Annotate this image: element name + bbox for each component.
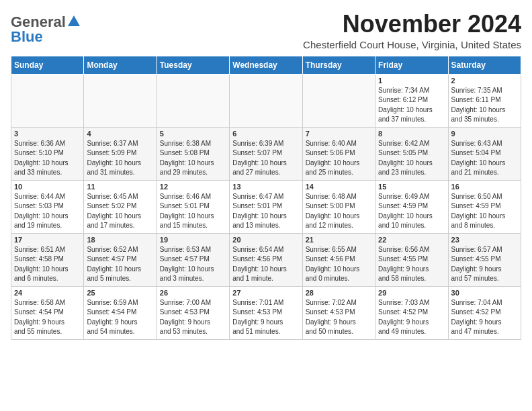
calendar-cell: 12Sunrise: 6:46 AMSunset: 5:01 PMDayligh… bbox=[157, 180, 229, 233]
day-number: 3 bbox=[14, 130, 81, 138]
day-number: 7 bbox=[306, 130, 372, 138]
day-number: 23 bbox=[451, 236, 518, 244]
calendar-cell: 5Sunrise: 6:38 AMSunset: 5:08 PMDaylight… bbox=[157, 127, 229, 180]
calendar-cell: 3Sunrise: 6:36 AMSunset: 5:10 PMDaylight… bbox=[11, 127, 84, 180]
weekday-header-row: SundayMondayTuesdayWednesdayThursdayFrid… bbox=[11, 56, 521, 74]
calendar-week-4: 17Sunrise: 6:51 AMSunset: 4:58 PMDayligh… bbox=[11, 233, 521, 286]
calendar-cell: 24Sunrise: 6:58 AMSunset: 4:54 PMDayligh… bbox=[11, 286, 84, 339]
day-info: Sunrise: 7:02 AMSunset: 4:53 PMDaylight:… bbox=[306, 298, 372, 337]
calendar-cell: 30Sunrise: 7:04 AMSunset: 4:52 PMDayligh… bbox=[448, 286, 521, 339]
weekday-wednesday: Wednesday bbox=[230, 56, 302, 74]
day-info: Sunrise: 6:38 AMSunset: 5:08 PMDaylight:… bbox=[160, 139, 226, 178]
title-block: November 2024 Chesterfield Court House, … bbox=[303, 11, 521, 50]
day-info: Sunrise: 7:03 AMSunset: 4:52 PMDaylight:… bbox=[378, 298, 445, 337]
calendar-cell bbox=[11, 74, 84, 127]
calendar-cell: 29Sunrise: 7:03 AMSunset: 4:52 PMDayligh… bbox=[375, 286, 448, 339]
calendar-cell: 14Sunrise: 6:48 AMSunset: 5:00 PMDayligh… bbox=[302, 180, 375, 233]
calendar-cell: 17Sunrise: 6:51 AMSunset: 4:58 PMDayligh… bbox=[11, 233, 84, 286]
weekday-thursday: Thursday bbox=[302, 56, 375, 74]
calendar-cell: 16Sunrise: 6:50 AMSunset: 4:59 PMDayligh… bbox=[448, 180, 521, 233]
day-info: Sunrise: 6:53 AMSunset: 4:57 PMDaylight:… bbox=[160, 245, 226, 284]
location-subtitle: Chesterfield Court House, Virginia, Unit… bbox=[303, 39, 521, 50]
calendar-cell: 20Sunrise: 6:54 AMSunset: 4:56 PMDayligh… bbox=[230, 233, 302, 286]
day-number: 18 bbox=[87, 236, 153, 244]
day-info: Sunrise: 7:01 AMSunset: 4:53 PMDaylight:… bbox=[232, 298, 299, 337]
day-number: 10 bbox=[14, 183, 81, 191]
day-info: Sunrise: 6:37 AMSunset: 5:09 PMDaylight:… bbox=[87, 139, 153, 178]
day-info: Sunrise: 6:58 AMSunset: 4:54 PMDaylight:… bbox=[14, 298, 81, 337]
calendar-cell bbox=[230, 74, 302, 127]
calendar-week-2: 3Sunrise: 6:36 AMSunset: 5:10 PMDaylight… bbox=[11, 127, 521, 180]
day-number: 9 bbox=[451, 130, 518, 138]
calendar-cell bbox=[302, 74, 375, 127]
day-number: 13 bbox=[232, 183, 299, 191]
day-number: 21 bbox=[306, 236, 372, 244]
page-header: General Blue November 2024 Chesterfield … bbox=[11, 11, 521, 50]
day-number: 29 bbox=[378, 289, 445, 297]
calendar-cell: 2Sunrise: 7:35 AMSunset: 6:11 PMDaylight… bbox=[448, 74, 521, 127]
day-info: Sunrise: 7:35 AMSunset: 6:11 PMDaylight:… bbox=[451, 86, 518, 125]
day-number: 25 bbox=[87, 289, 153, 297]
weekday-friday: Friday bbox=[375, 56, 448, 74]
calendar-cell: 22Sunrise: 6:56 AMSunset: 4:55 PMDayligh… bbox=[375, 233, 448, 286]
day-info: Sunrise: 6:49 AMSunset: 4:59 PMDaylight:… bbox=[378, 192, 445, 231]
day-number: 12 bbox=[160, 183, 226, 191]
logo-icon bbox=[66, 14, 81, 29]
day-number: 5 bbox=[160, 130, 226, 138]
weekday-monday: Monday bbox=[84, 56, 157, 74]
day-number: 8 bbox=[378, 130, 445, 138]
svg-marker-0 bbox=[68, 15, 80, 26]
day-info: Sunrise: 6:43 AMSunset: 5:04 PMDaylight:… bbox=[451, 139, 518, 178]
day-info: Sunrise: 6:54 AMSunset: 4:56 PMDaylight:… bbox=[232, 245, 299, 284]
weekday-tuesday: Tuesday bbox=[157, 56, 229, 74]
day-number: 6 bbox=[232, 130, 299, 138]
calendar-cell: 1Sunrise: 7:34 AMSunset: 6:12 PMDaylight… bbox=[375, 74, 448, 127]
calendar-cell bbox=[157, 74, 229, 127]
day-number: 4 bbox=[87, 130, 153, 138]
day-info: Sunrise: 7:04 AMSunset: 4:52 PMDaylight:… bbox=[451, 298, 518, 337]
calendar-cell: 18Sunrise: 6:52 AMSunset: 4:57 PMDayligh… bbox=[84, 233, 157, 286]
day-info: Sunrise: 6:48 AMSunset: 5:00 PMDaylight:… bbox=[306, 192, 372, 231]
calendar-cell: 6Sunrise: 6:39 AMSunset: 5:07 PMDaylight… bbox=[230, 127, 302, 180]
calendar-cell: 28Sunrise: 7:02 AMSunset: 4:53 PMDayligh… bbox=[302, 286, 375, 339]
day-number: 1 bbox=[378, 77, 445, 85]
day-info: Sunrise: 6:50 AMSunset: 4:59 PMDaylight:… bbox=[451, 192, 518, 231]
weekday-saturday: Saturday bbox=[448, 56, 521, 74]
calendar-cell bbox=[84, 74, 157, 127]
day-number: 20 bbox=[232, 236, 299, 244]
day-number: 26 bbox=[160, 289, 226, 297]
calendar-cell: 23Sunrise: 6:57 AMSunset: 4:55 PMDayligh… bbox=[448, 233, 521, 286]
day-number: 27 bbox=[232, 289, 299, 297]
day-number: 17 bbox=[14, 236, 81, 244]
calendar-cell: 15Sunrise: 6:49 AMSunset: 4:59 PMDayligh… bbox=[375, 180, 448, 233]
day-info: Sunrise: 6:36 AMSunset: 5:10 PMDaylight:… bbox=[14, 139, 81, 178]
calendar-cell: 10Sunrise: 6:44 AMSunset: 5:03 PMDayligh… bbox=[11, 180, 84, 233]
logo-blue: Blue bbox=[11, 28, 43, 46]
day-info: Sunrise: 6:55 AMSunset: 4:56 PMDaylight:… bbox=[306, 245, 372, 284]
day-number: 11 bbox=[87, 183, 153, 191]
day-number: 28 bbox=[306, 289, 372, 297]
calendar-week-1: 1Sunrise: 7:34 AMSunset: 6:12 PMDaylight… bbox=[11, 74, 521, 127]
calendar-cell: 8Sunrise: 6:42 AMSunset: 5:05 PMDaylight… bbox=[375, 127, 448, 180]
day-info: Sunrise: 6:47 AMSunset: 5:01 PMDaylight:… bbox=[232, 192, 299, 231]
calendar-cell: 11Sunrise: 6:45 AMSunset: 5:02 PMDayligh… bbox=[84, 180, 157, 233]
calendar-cell: 7Sunrise: 6:40 AMSunset: 5:06 PMDaylight… bbox=[302, 127, 375, 180]
day-info: Sunrise: 6:56 AMSunset: 4:55 PMDaylight:… bbox=[378, 245, 445, 284]
day-number: 2 bbox=[451, 77, 518, 85]
day-info: Sunrise: 6:39 AMSunset: 5:07 PMDaylight:… bbox=[232, 139, 299, 178]
month-title: November 2024 bbox=[303, 11, 521, 38]
day-number: 15 bbox=[378, 183, 445, 191]
day-number: 30 bbox=[451, 289, 518, 297]
day-number: 14 bbox=[306, 183, 372, 191]
day-number: 24 bbox=[14, 289, 81, 297]
day-info: Sunrise: 6:42 AMSunset: 5:05 PMDaylight:… bbox=[378, 139, 445, 178]
calendar-week-3: 10Sunrise: 6:44 AMSunset: 5:03 PMDayligh… bbox=[11, 180, 521, 233]
day-info: Sunrise: 6:46 AMSunset: 5:01 PMDaylight:… bbox=[160, 192, 226, 231]
day-info: Sunrise: 6:44 AMSunset: 5:03 PMDaylight:… bbox=[14, 192, 81, 231]
day-info: Sunrise: 6:45 AMSunset: 5:02 PMDaylight:… bbox=[87, 192, 153, 231]
calendar-cell: 21Sunrise: 6:55 AMSunset: 4:56 PMDayligh… bbox=[302, 233, 375, 286]
day-info: Sunrise: 6:59 AMSunset: 4:54 PMDaylight:… bbox=[87, 298, 153, 337]
calendar-table: SundayMondayTuesdayWednesdayThursdayFrid… bbox=[11, 56, 521, 340]
day-info: Sunrise: 6:51 AMSunset: 4:58 PMDaylight:… bbox=[14, 245, 81, 284]
calendar-cell: 9Sunrise: 6:43 AMSunset: 5:04 PMDaylight… bbox=[448, 127, 521, 180]
